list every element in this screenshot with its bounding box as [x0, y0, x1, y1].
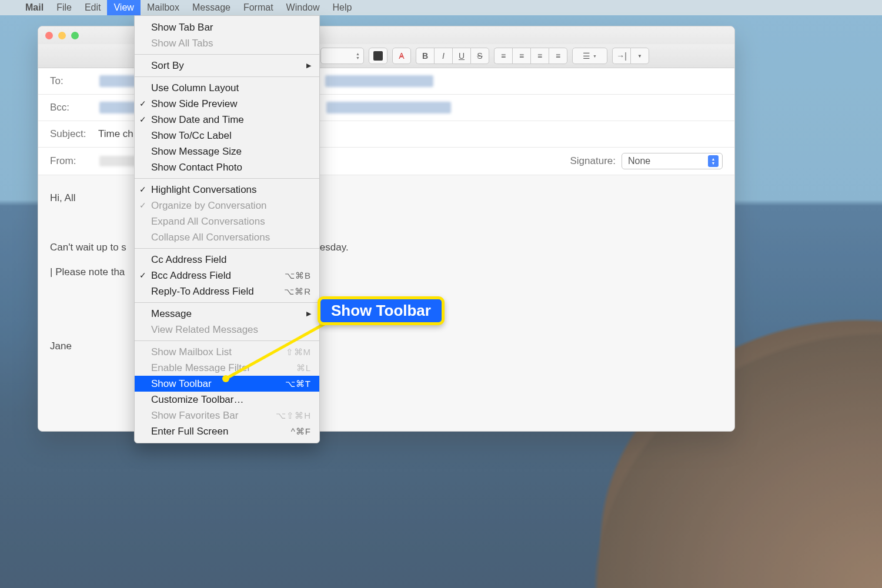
menu-item-label: Bcc Address Field	[151, 268, 231, 283]
minimize-icon[interactable]	[58, 32, 66, 39]
align-justify-button[interactable]: ≡	[549, 48, 567, 64]
menu-item-use-column-layout[interactable]: Use Column Layout	[135, 80, 319, 96]
shortcut-label: ⇧⌘M	[286, 345, 312, 359]
menu-item-show-date-and-time[interactable]: ✓Show Date and Time	[135, 112, 319, 128]
menu-item-show-contact-photo[interactable]: Show Contact Photo	[135, 159, 319, 175]
font-size-select[interactable]: ▲▼	[320, 48, 364, 64]
menu-view[interactable]: View	[107, 0, 140, 15]
menu-item-label: Collapse All Conversations	[151, 230, 270, 245]
menu-item-customize-toolbar[interactable]: Customize Toolbar…	[135, 392, 319, 407]
signature-select[interactable]: None ▲▼	[622, 153, 723, 169]
bcc-chip-2[interactable]	[326, 102, 451, 113]
from-label: From:	[50, 155, 96, 167]
signature-value: None	[628, 156, 650, 166]
menu-help[interactable]: Help	[326, 0, 359, 15]
menu-item-enter-full-screen[interactable]: Enter Full Screen^⌘F	[135, 423, 319, 439]
menu-item-label: Show All Tabs	[151, 36, 213, 51]
menu-item-bcc-address-field[interactable]: ✓Bcc Address Field⌥⌘B	[135, 268, 319, 283]
align-left-button[interactable]: ≡	[494, 48, 512, 64]
menu-item-label: Show Tab Bar	[151, 20, 213, 35]
bcc-label: Bcc:	[50, 102, 96, 113]
menu-file[interactable]: File	[50, 0, 78, 15]
menu-item-show-to-cc-label[interactable]: Show To/Cc Label	[135, 128, 319, 143]
menu-item-label: Show Toolbar	[151, 376, 212, 391]
align-group: ≡ ≡ ≡ ≡	[494, 48, 567, 64]
menu-item-expand-all-conversations: Expand All Conversations	[135, 213, 319, 229]
subject-value[interactable]: Time ch	[98, 128, 133, 140]
strike-button[interactable]: S	[470, 48, 489, 64]
checkmark-icon: ✓	[139, 198, 146, 213]
to-chip-2[interactable]	[325, 75, 433, 87]
zoom-icon[interactable]	[71, 32, 79, 39]
menu-item-message[interactable]: Message▶	[135, 306, 319, 322]
menu-item-label: Show Mailbox List	[151, 345, 232, 359]
menu-format[interactable]: Format	[237, 0, 280, 15]
menu-item-enable-message-filter: Enable Message Filter⌘L	[135, 360, 319, 376]
menu-item-label: Show To/Cc Label	[151, 128, 232, 143]
shortcut-label: ⌥⌘R	[284, 284, 311, 299]
menu-item-label: Use Column Layout	[151, 81, 239, 95]
shortcut-label: ⌥⇧⌘H	[276, 408, 311, 423]
align-right-button[interactable]: ≡	[530, 48, 549, 64]
menu-item-label: Cc Address Field	[151, 252, 227, 267]
signature-label: Signature:	[570, 155, 616, 167]
menu-item-reply-to-address-field[interactable]: Reply-To Address Field⌥⌘R	[135, 283, 319, 299]
indent-decrease-button[interactable]: ▼	[630, 48, 649, 64]
menu-item-show-side-preview[interactable]: ✓Show Side Preview	[135, 96, 319, 112]
menu-item-show-all-tabs: Show All Tabs	[135, 35, 319, 51]
shortcut-label: ⌘L	[296, 360, 311, 375]
subject-label: Subject:	[50, 128, 96, 140]
menu-item-label: Show Date and Time	[151, 112, 244, 127]
menu-item-label: Show Side Preview	[151, 96, 237, 111]
close-icon[interactable]	[45, 32, 53, 39]
menu-item-sort-by[interactable]: Sort By▶	[135, 58, 319, 74]
clear-style-button[interactable]: A	[392, 48, 411, 64]
menu-item-label: Message	[151, 306, 192, 321]
menu-item-cc-address-field[interactable]: Cc Address Field	[135, 252, 319, 268]
menu-item-label: Expand All Conversations	[151, 214, 265, 229]
indent-group: →| ▼	[612, 48, 649, 64]
text-color-button[interactable]	[369, 48, 387, 64]
view-menu-dropdown: Show Tab BarShow All TabsSort By▶Use Col…	[134, 15, 320, 443]
checkmark-icon: ✓	[139, 182, 146, 197]
menu-mailbox[interactable]: Mailbox	[141, 0, 186, 15]
menu-item-show-favorites-bar: Show Favorites Bar⌥⇧⌘H	[135, 407, 319, 423]
checkmark-icon: ✓	[139, 112, 146, 127]
checkmark-icon: ✓	[139, 96, 146, 111]
indent-increase-button[interactable]: →|	[612, 48, 630, 64]
align-center-button[interactable]: ≡	[512, 48, 530, 64]
menu-item-show-toolbar[interactable]: Show Toolbar⌥⌘T	[135, 376, 319, 392]
italic-button[interactable]: I	[434, 48, 452, 64]
menu-item-highlight-conversations[interactable]: ✓Highlight Conversations	[135, 182, 319, 198]
menu-message[interactable]: Message	[186, 0, 237, 15]
menu-window[interactable]: Window	[280, 0, 326, 15]
menu-item-label: Reply-To Address Field	[151, 284, 254, 299]
chevron-right-icon: ▶	[306, 306, 311, 321]
menu-item-collapse-all-conversations: Collapse All Conversations	[135, 229, 319, 245]
callout-show-toolbar: Show Toolbar	[318, 296, 445, 325]
checkmark-icon: ✓	[139, 268, 146, 283]
menu-item-show-message-size[interactable]: Show Message Size	[135, 143, 319, 159]
traffic-lights	[45, 32, 79, 39]
chevron-right-icon: ▶	[306, 58, 311, 73]
menu-item-label: View Related Messages	[151, 322, 258, 337]
app-menu[interactable]: Mail	[19, 2, 50, 13]
menu-item-label: Customize Toolbar…	[151, 392, 243, 407]
menu-item-label: Show Message Size	[151, 144, 242, 159]
menu-item-show-tab-bar[interactable]: Show Tab Bar	[135, 19, 319, 35]
to-label: To:	[50, 75, 96, 87]
menubar: Mail File Edit View Mailbox Message Form…	[0, 0, 882, 15]
menu-item-label: Organize by Conversation	[151, 198, 267, 213]
menu-item-label: Enable Message Filter	[151, 360, 250, 375]
list-style-select[interactable]: ☰▼	[572, 48, 607, 64]
shortcut-label: ⌥⌘B	[285, 268, 311, 283]
menu-item-label: Sort By	[151, 58, 184, 73]
menu-item-organize-by-conversation: ✓Organize by Conversation	[135, 198, 319, 213]
menu-item-show-mailbox-list: Show Mailbox List⇧⌘M	[135, 344, 319, 360]
bold-button[interactable]: B	[416, 48, 434, 64]
menu-item-view-related-messages: View Related Messages	[135, 322, 319, 338]
menu-item-label: Highlight Conversations	[151, 182, 257, 197]
menu-item-label: Show Favorites Bar	[151, 408, 238, 423]
underline-button[interactable]: U	[452, 48, 470, 64]
menu-edit[interactable]: Edit	[78, 0, 108, 15]
